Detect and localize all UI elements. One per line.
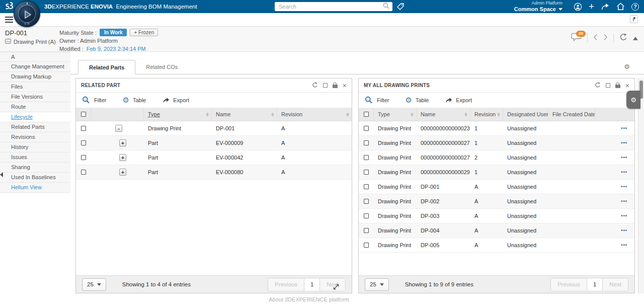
search-icon[interactable]	[383, 2, 389, 11]
chevron-left-icon[interactable]	[593, 34, 598, 43]
panel-settings-tab[interactable]: ⚙	[626, 91, 640, 109]
refresh-icon[interactable]	[619, 33, 627, 43]
sidebar-item-lifecycle[interactable]: Lifecycle	[0, 112, 70, 122]
user-profile-icon[interactable]	[574, 3, 582, 11]
tab-related-parts[interactable]: Related Parts	[78, 60, 135, 74]
more-actions-icon[interactable]: •••	[621, 243, 627, 248]
sort-icon[interactable]	[346, 113, 349, 116]
more-actions-icon[interactable]: •••	[621, 199, 627, 204]
panel-close-icon[interactable]: ×	[625, 83, 629, 88]
filter-button[interactable]: Filter	[82, 96, 106, 104]
table-row[interactable]: + Part EV-000080 A	[76, 165, 352, 180]
more-actions-icon[interactable]: •••	[621, 213, 627, 218]
tab-related-cos[interactable]: Related COs	[135, 60, 188, 74]
table-row[interactable]: Drawing Print 0000000000000029 1 Unassig…	[359, 165, 634, 180]
current-page-button[interactable]: 1	[304, 278, 320, 291]
more-actions-icon[interactable]: •••	[621, 184, 627, 189]
sort-icon[interactable]	[206, 113, 209, 116]
page-size-select[interactable]: 25	[365, 278, 389, 291]
sidebar-item-file-versions[interactable]: File Versions	[0, 92, 70, 102]
table-row[interactable]: Drawing Print 0000000000000023 1 Unassig…	[359, 121, 634, 136]
column-header-revision[interactable]: Revision	[470, 108, 503, 121]
panel-maximize-icon[interactable]	[323, 83, 328, 88]
table-row[interactable]: Drawing Print DP-003 A Unassigned •••	[359, 209, 634, 223]
export-button[interactable]: Export	[162, 97, 189, 104]
row-checkbox[interactable]	[364, 170, 369, 175]
next-page-button[interactable]: Next	[603, 278, 628, 291]
previous-page-button[interactable]: Previous	[268, 278, 304, 291]
bookmark-flag-icon[interactable]	[630, 15, 638, 23]
sidebar-item-sharing[interactable]: Sharing	[0, 163, 70, 173]
table-row[interactable]: + Part EV-000042 A	[76, 150, 352, 165]
column-header-type[interactable]: Type	[374, 108, 417, 121]
column-header-revision[interactable]: Revision	[277, 108, 352, 121]
sidebar-collapse-icon[interactable]	[0, 172, 3, 177]
sidebar-item-change-management[interactable]: Change Management	[0, 62, 70, 72]
expand-node-icon[interactable]: +	[119, 139, 126, 146]
modified-value[interactable]: Feb 9, 2023 2:34:14 PM	[87, 46, 146, 52]
sidebar-item-helium-view[interactable]: Helium View	[0, 183, 70, 193]
sidebar-item-a[interactable]: A	[0, 52, 70, 62]
filter-button[interactable]: Filter	[365, 96, 389, 104]
current-page-button[interactable]: 1	[587, 278, 603, 291]
panel-resize-handle-icon[interactable]	[333, 283, 340, 292]
sidebar-item-related-parts[interactable]: Related Parts	[0, 122, 70, 132]
row-checkbox[interactable]	[364, 184, 369, 189]
more-actions-icon[interactable]: •••	[621, 170, 627, 175]
page-settings-gear-icon[interactable]: ⚙	[624, 63, 630, 70]
table-button[interactable]: ⚙ Table	[122, 97, 146, 104]
sidebar-item-history[interactable]: History	[0, 142, 70, 152]
sort-icon[interactable]	[497, 113, 500, 116]
table-row[interactable]: Drawing Print 0000000000000027 2 Unassig…	[359, 150, 634, 165]
account-switcher[interactable]: Admin Platform Common Space	[514, 1, 562, 12]
table-row[interactable]: Drawing Print 0000000000000027 1 Unassig…	[359, 136, 634, 150]
row-checkbox[interactable]	[364, 228, 369, 233]
frozen-button[interactable]: + Frozen	[130, 29, 158, 36]
add-content-icon[interactable]: +	[589, 3, 594, 11]
sidebar-item-drawing-markup[interactable]: Drawing Markup	[0, 72, 70, 82]
about-link[interactable]: About 3DEXPERIENCE platform	[0, 296, 618, 302]
share-icon[interactable]	[601, 3, 610, 11]
global-search[interactable]	[275, 2, 392, 11]
row-checkbox[interactable]	[81, 170, 86, 175]
3dcompass-icon[interactable]: V.R	[14, 1, 40, 27]
table-row[interactable]: Drawing Print DP-002 A Unassigned •••	[359, 194, 634, 209]
previous-page-button[interactable]: Previous	[551, 278, 587, 291]
panel-maximize-icon[interactable]	[606, 83, 610, 88]
panel-close-icon[interactable]: ×	[343, 83, 347, 88]
table-button[interactable]: ⚙ Table	[405, 97, 429, 104]
sidebar-item-issues[interactable]: Issues	[0, 152, 70, 163]
table-row[interactable]: Drawing Print DP-004 A Unassigned •••	[359, 223, 634, 238]
panel-lock-icon[interactable]	[615, 83, 620, 88]
sidebar-item-used-in-baselines[interactable]: Used In Baselines	[0, 173, 70, 183]
row-checkbox[interactable]	[364, 213, 369, 218]
more-actions-icon[interactable]: •••	[621, 228, 627, 233]
export-button[interactable]: Export	[445, 97, 472, 104]
tag-icon[interactable]	[396, 3, 405, 13]
row-checkbox[interactable]	[364, 140, 369, 145]
collapse-header-icon[interactable]	[633, 37, 638, 40]
sidebar-item-route[interactable]: Route	[0, 102, 70, 112]
row-checkbox[interactable]	[81, 155, 86, 160]
select-all-checkbox[interactable]	[81, 112, 86, 117]
column-header-name[interactable]: Name	[417, 108, 470, 121]
expand-node-icon[interactable]: +	[119, 169, 126, 176]
search-input[interactable]	[278, 3, 383, 10]
row-checkbox[interactable]	[81, 126, 86, 131]
panel-refresh-icon[interactable]	[312, 81, 318, 90]
comments-icon[interactable]: 20	[571, 33, 582, 44]
sidebar-item-revisions[interactable]: Revisions	[0, 132, 70, 142]
panel-refresh-icon[interactable]	[595, 81, 601, 90]
sort-icon[interactable]	[411, 113, 414, 116]
column-header-file-created-date[interactable]: File Created Date	[548, 108, 595, 121]
sidebar-item-files[interactable]: Files	[0, 82, 70, 92]
more-actions-icon[interactable]: •••	[621, 126, 627, 131]
vertical-scrollbar[interactable]	[638, 78, 644, 293]
select-all-checkbox[interactable]	[364, 112, 369, 117]
more-actions-icon[interactable]: •••	[621, 155, 627, 160]
column-header-name[interactable]: Name	[212, 108, 277, 121]
expand-node-icon[interactable]: +	[119, 154, 126, 161]
row-checkbox[interactable]	[364, 155, 369, 160]
menu-icon[interactable]	[5, 17, 13, 23]
home-icon[interactable]	[616, 3, 625, 11]
